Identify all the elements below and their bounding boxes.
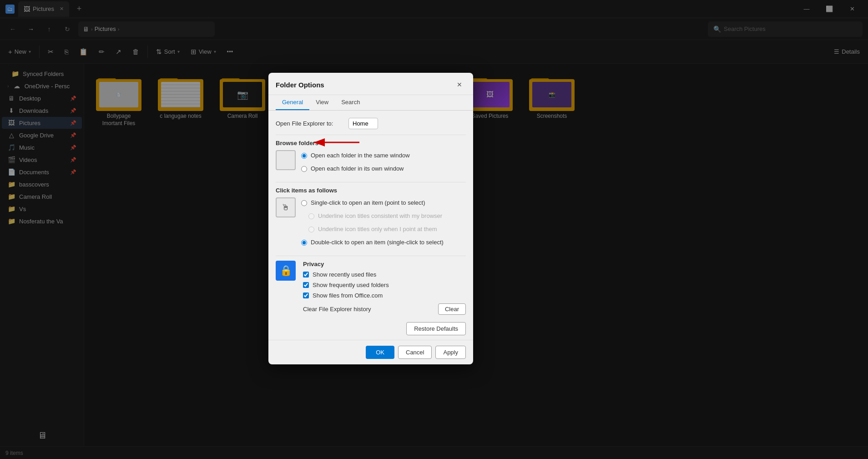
- privacy-icon: 🔒: [276, 261, 296, 281]
- browse-folders-same-window-row: Open each folder in the same window: [301, 150, 466, 161]
- office-files-checkbox[interactable]: [303, 293, 309, 298]
- dialog-tab-view[interactable]: View: [309, 95, 335, 110]
- apply-btn[interactable]: Apply: [435, 346, 466, 359]
- dialog-tab-general[interactable]: General: [276, 95, 309, 110]
- browse-folder-icon: [276, 150, 296, 170]
- single-click-label[interactable]: Single-click to open an item (point to s…: [311, 199, 425, 206]
- clear-history-row: Clear File Explorer history Clear: [303, 303, 466, 315]
- privacy-section: 🔒 Privacy Show recently used files Show …: [276, 261, 466, 315]
- browse-same-window-radio[interactable]: [301, 153, 307, 159]
- cancel-btn[interactable]: Cancel: [398, 346, 432, 359]
- click-items-icon: 🖱: [276, 197, 296, 217]
- click-items-title: Click items as follows: [276, 187, 466, 194]
- open-explorer-select[interactable]: Home This PC: [348, 118, 378, 129]
- underline-point-label: Underline icon titles only when I point …: [318, 226, 437, 232]
- double-click-row: Double-click to open an item (single-cli…: [301, 237, 466, 247]
- ok-btn[interactable]: OK: [366, 346, 394, 359]
- frequently-used-row: Show frequently used folders: [303, 282, 466, 288]
- dialog-tab-search[interactable]: Search: [335, 95, 366, 110]
- dialog-title-bar: Folder Options ✕: [268, 73, 473, 95]
- clear-history-label: Clear File Explorer history: [303, 306, 371, 313]
- dialog-body: Open File Explorer to: Home This PC Brow…: [268, 111, 473, 322]
- underline-point-radio: [308, 227, 314, 232]
- divider-1: [276, 135, 466, 135]
- dialog-close-btn[interactable]: ✕: [453, 78, 466, 91]
- underline-consistent-radio: [308, 213, 314, 219]
- office-files-label[interactable]: Show files from Office.com: [313, 292, 383, 299]
- browse-own-window-radio[interactable]: [301, 166, 307, 172]
- underline-point-row: Underline icon titles only when I point …: [301, 224, 466, 234]
- restore-defaults-row: Restore Defaults: [268, 322, 473, 340]
- single-click-row: Single-click to open an item (point to s…: [301, 197, 466, 208]
- frequently-used-checkbox[interactable]: [303, 282, 309, 288]
- restore-defaults-btn[interactable]: Restore Defaults: [406, 322, 466, 335]
- browse-same-window-label[interactable]: Open each folder in the same window: [311, 152, 410, 159]
- dialog-footer: OK Cancel Apply: [268, 340, 473, 364]
- open-explorer-label: Open File Explorer to:: [276, 120, 344, 127]
- privacy-title: Privacy: [303, 261, 466, 267]
- underline-consistent-row: Underline icon titles consistent with my…: [301, 211, 466, 221]
- browse-folders-title: Browse folders: [276, 140, 466, 146]
- underline-consistent-label: Underline icon titles consistent with my…: [318, 212, 442, 219]
- dialog-title: Folder Options: [276, 81, 324, 89]
- click-items-group: 🖱 Single-click to open an item (point to…: [276, 197, 466, 250]
- privacy-content: Privacy Show recently used files Show fr…: [303, 261, 466, 315]
- single-click-radio[interactable]: [301, 200, 307, 206]
- divider-2: [276, 182, 466, 182]
- dialog-tabs: General View Search: [268, 95, 473, 111]
- frequently-used-label[interactable]: Show frequently used folders: [313, 282, 389, 288]
- browse-own-window-label[interactable]: Open each folder in its own window: [311, 165, 404, 172]
- open-file-explorer-row: Open File Explorer to: Home This PC: [276, 118, 466, 129]
- recently-used-checkbox[interactable]: [303, 272, 309, 277]
- office-files-row: Show files from Office.com: [303, 292, 466, 299]
- double-click-radio[interactable]: [301, 240, 307, 246]
- double-click-label[interactable]: Double-click to open an item (single-cli…: [311, 239, 444, 246]
- divider-3: [276, 256, 466, 256]
- recently-used-row: Show recently used files: [303, 271, 466, 278]
- browse-folders-group: Open each folder in the same window Open…: [276, 150, 466, 177]
- browse-folders-own-window-row: Open each folder in its own window: [301, 163, 466, 174]
- recently-used-label[interactable]: Show recently used files: [313, 271, 376, 278]
- clear-btn[interactable]: Clear: [438, 303, 466, 315]
- folder-options-dialog: Folder Options ✕ General View Search Ope…: [268, 73, 473, 364]
